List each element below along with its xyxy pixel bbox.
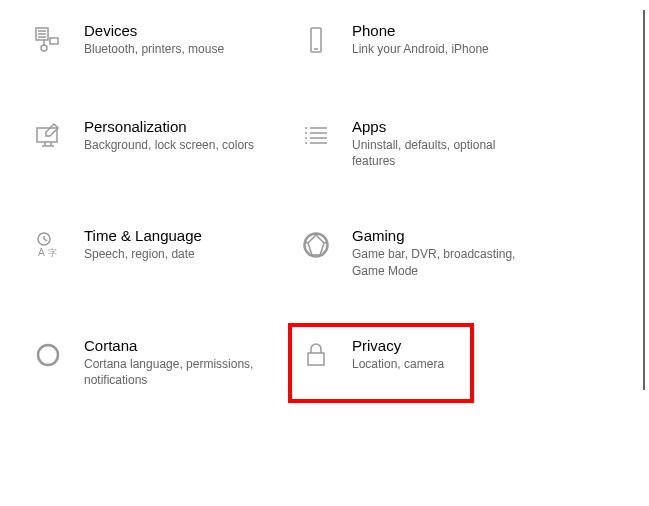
phone-icon (296, 20, 336, 60)
tile-title: Gaming (352, 227, 542, 244)
settings-grid: Devices Bluetooth, printers, mouse Phone… (0, 0, 649, 408)
tile-time-language[interactable]: A 字 Time & Language Speech, region, date (22, 221, 290, 282)
personalization-icon (28, 116, 68, 156)
tile-desc: Background, lock screen, colors (84, 137, 254, 153)
gaming-icon (296, 225, 336, 265)
apps-icon (296, 116, 336, 156)
tile-desc: Uninstall, defaults, optional features (352, 137, 542, 169)
tile-phone[interactable]: Phone Link your Android, iPhone (290, 16, 558, 64)
svg-point-31 (38, 345, 58, 365)
tile-title: Phone (352, 22, 489, 39)
scrollbar[interactable] (643, 10, 645, 390)
tile-title: Devices (84, 22, 224, 39)
time-language-icon: A 字 (28, 225, 68, 265)
svg-text:字: 字 (48, 248, 57, 258)
lock-icon (296, 335, 336, 375)
tile-desc: Game bar, DVR, broadcasting, Game Mode (352, 246, 542, 278)
tile-personalization[interactable]: Personalization Background, lock screen,… (22, 112, 290, 173)
tile-desc: Link your Android, iPhone (352, 41, 489, 57)
tile-devices[interactable]: Devices Bluetooth, printers, mouse (22, 16, 290, 64)
devices-icon (28, 20, 68, 60)
tile-cortana[interactable]: Cortana Cortana language, permissions, n… (22, 331, 290, 392)
tile-title: Cortana (84, 337, 274, 354)
svg-line-23 (44, 239, 47, 241)
tile-title: Privacy (352, 337, 444, 354)
svg-text:A: A (38, 247, 45, 258)
tile-title: Time & Language (84, 227, 202, 244)
tile-gaming[interactable]: Gaming Game bar, DVR, broadcasting, Game… (290, 221, 558, 282)
svg-rect-1 (50, 38, 58, 44)
svg-point-26 (304, 233, 328, 257)
cortana-icon (28, 335, 68, 375)
tile-desc: Bluetooth, printers, mouse (84, 41, 224, 57)
tile-desc: Cortana language, permissions, notificat… (84, 356, 274, 388)
tile-desc: Location, camera (352, 356, 444, 372)
tile-title: Personalization (84, 118, 254, 135)
tile-apps[interactable]: Apps Uninstall, defaults, optional featu… (290, 112, 558, 173)
tile-privacy[interactable]: Privacy Location, camera (290, 331, 558, 392)
tile-desc: Speech, region, date (84, 246, 202, 262)
svg-point-5 (41, 45, 47, 51)
tile-title: Apps (352, 118, 542, 135)
svg-rect-32 (308, 353, 324, 365)
svg-line-29 (305, 242, 308, 243)
svg-line-30 (324, 242, 327, 243)
